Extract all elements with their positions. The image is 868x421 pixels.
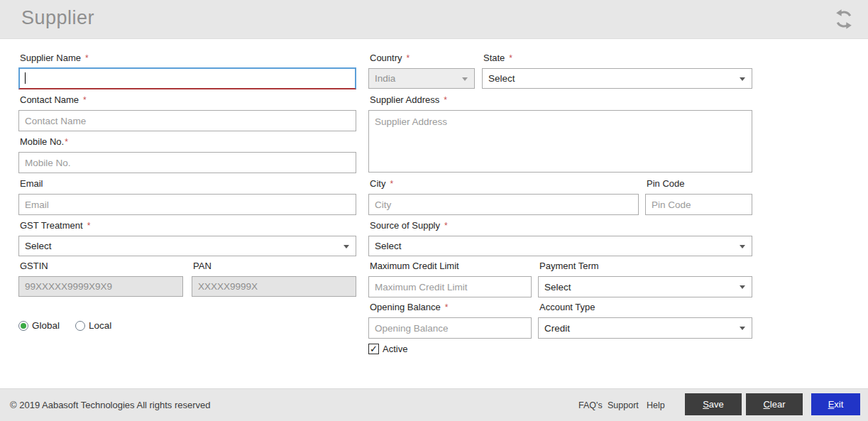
supplier-form-window: Supplier Supplier Name* Contact Name* Mo…	[0, 0, 868, 421]
chevron-down-icon	[462, 77, 468, 81]
supplier-name-input[interactable]	[20, 69, 355, 88]
supplier-name-field-wrapper	[18, 67, 356, 89]
gstin-label: GSTIN	[20, 261, 48, 271]
opening-balance-input[interactable]	[368, 317, 532, 339]
state-dropdown[interactable]: Select	[482, 68, 752, 89]
save-button[interactable]: Save	[685, 393, 742, 415]
payment-term-dropdown[interactable]: Select	[538, 276, 752, 297]
city-input[interactable]	[368, 194, 639, 215]
supplier-address-textarea[interactable]	[368, 110, 752, 173]
chevron-down-icon	[740, 77, 745, 81]
supplier-name-label: Supplier Name*	[20, 53, 89, 63]
footer-bar: © 2019 Aabasoft Technologies All rights …	[0, 388, 868, 421]
radio-local[interactable]: Local	[75, 320, 111, 331]
payment-term-label: Payment Term	[539, 261, 599, 271]
exit-button[interactable]: Exit	[811, 393, 860, 415]
pin-code-label: Pin Code	[647, 178, 684, 189]
mobile-no-label: Mobile No.*	[20, 136, 68, 147]
source-of-supply-label: Source of Supply*	[370, 220, 448, 231]
supplier-address-label: Supplier Address*	[370, 94, 447, 105]
radio-global[interactable]: Global	[18, 320, 60, 331]
opening-balance-label: Opening Balance*	[370, 302, 448, 312]
maximum-credit-limit-input[interactable]	[368, 276, 532, 297]
copyright-text: © 2019 Aabasoft Technologies All rights …	[10, 400, 211, 410]
footer-link-help[interactable]: Help	[647, 400, 665, 410]
account-type-label: Account Type	[539, 302, 595, 312]
mobile-no-input[interactable]	[18, 152, 356, 173]
pan-label: PAN	[193, 261, 211, 271]
scope-radio-group: Global Local	[18, 320, 111, 331]
text-caret	[25, 72, 26, 84]
radio-selected-icon	[18, 321, 28, 331]
gst-treatment-label: GST Treatment*	[20, 220, 90, 231]
page-title: Supplier	[21, 7, 94, 29]
gstin-input	[18, 276, 183, 297]
chevron-down-icon	[344, 245, 349, 248]
country-label: Country*	[370, 53, 410, 63]
checkbox-checked-icon[interactable]: ✓	[368, 344, 379, 354]
header-bar: Supplier	[0, 0, 868, 39]
footer-link-faqs[interactable]: FAQ's	[578, 400, 603, 410]
pin-code-input[interactable]	[645, 194, 752, 215]
footer-link-support[interactable]: Support	[608, 400, 639, 410]
state-label: State*	[483, 53, 512, 63]
chevron-down-icon	[740, 245, 745, 248]
email-label: Email	[20, 178, 43, 189]
city-label: City*	[370, 178, 393, 189]
contact-name-input[interactable]	[18, 110, 356, 131]
chevron-down-icon	[740, 285, 745, 289]
clear-button[interactable]: Clear	[746, 393, 803, 415]
contact-name-label: Contact Name*	[20, 94, 87, 105]
gst-treatment-dropdown[interactable]: Select	[18, 236, 356, 256]
pan-input	[192, 276, 356, 297]
country-dropdown: India	[368, 68, 475, 89]
refresh-icon[interactable]	[833, 8, 855, 31]
active-checkbox-row[interactable]: ✓ Active	[368, 344, 407, 354]
account-type-dropdown[interactable]: Credit	[538, 317, 752, 339]
radio-unselected-icon	[75, 321, 85, 331]
source-of-supply-dropdown[interactable]: Select	[368, 236, 752, 256]
chevron-down-icon	[740, 327, 745, 330]
maximum-credit-limit-label: Maximum Credit Limit	[370, 261, 459, 271]
email-input[interactable]	[18, 194, 356, 215]
